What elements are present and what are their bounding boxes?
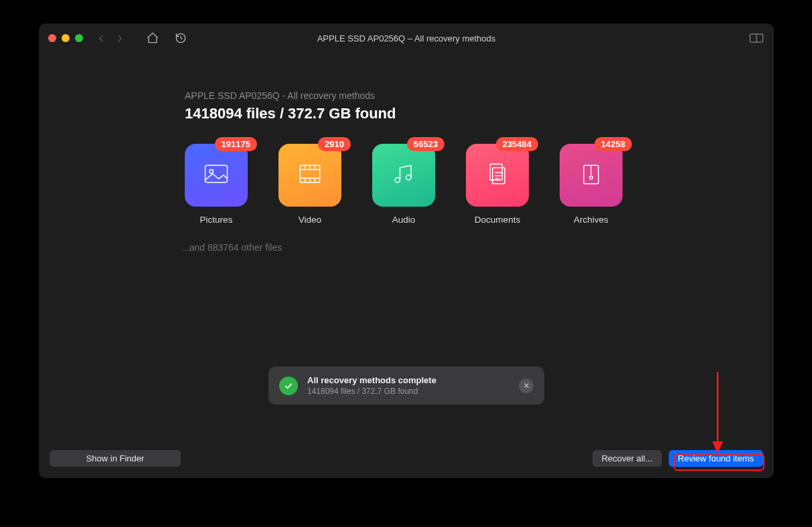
svg-rect-3 [206, 165, 228, 183]
svg-rect-16 [490, 164, 502, 180]
svg-point-4 [210, 170, 214, 174]
toast-subtitle: 1418094 files / 372.7 GB found [307, 387, 509, 396]
check-icon [279, 377, 298, 395]
archive-icon [576, 159, 606, 191]
app-window: APPLE SSD AP0256Q – All recovery methods… [39, 23, 774, 478]
review-found-items-button[interactable]: Review found items [669, 450, 763, 467]
category-label: Video [299, 215, 321, 225]
scan-headline: 1418094 files / 372.7 GB found [185, 105, 774, 122]
music-note-icon [389, 159, 418, 191]
completion-toast: All recovery methods complete 1418094 fi… [268, 366, 544, 405]
toolbar-icons [146, 31, 187, 45]
svg-point-23 [590, 176, 593, 179]
show-in-finder-button[interactable]: Show in Finder [50, 450, 181, 467]
toast-title: All recovery methods complete [307, 375, 509, 385]
pictures-tile [185, 144, 248, 207]
main-content: APPLE SSD AP0256Q - All recovery methods… [39, 53, 774, 445]
badge-count: 191175 [215, 137, 257, 151]
image-icon [201, 159, 231, 191]
category-pictures[interactable]: 191175 Pictures [185, 144, 248, 225]
documents-tile [466, 144, 529, 207]
recover-all-button[interactable]: Recover all... [592, 450, 662, 467]
audio-tile [372, 144, 435, 207]
home-icon[interactable] [146, 31, 159, 45]
window-controls [48, 34, 83, 42]
badge-count: 235484 [496, 137, 538, 151]
svg-point-14 [395, 178, 400, 183]
minimize-window-button[interactable] [62, 34, 70, 42]
document-icon [483, 159, 512, 191]
archives-tile [560, 144, 623, 207]
zoom-window-button[interactable] [75, 34, 83, 42]
category-grid: 191175 Pictures 2910 Video 56523 [185, 144, 774, 225]
category-label: Audio [392, 215, 416, 225]
footer-bar: Show in Finder Recover all... Review fou… [39, 445, 774, 478]
nav-arrows [94, 31, 127, 45]
back-button[interactable] [94, 31, 108, 45]
close-window-button[interactable] [48, 34, 56, 42]
badge-count: 56523 [407, 137, 444, 151]
category-documents[interactable]: 235484 Documents [466, 144, 529, 225]
history-icon[interactable] [174, 31, 187, 45]
category-label: Documents [475, 215, 520, 225]
toast-body: All recovery methods complete 1418094 fi… [307, 375, 509, 396]
view-mode-toggle[interactable] [748, 32, 764, 44]
forward-button[interactable] [112, 31, 127, 45]
badge-count: 2910 [318, 137, 351, 151]
video-tile [278, 144, 341, 207]
toast-close-button[interactable] [519, 379, 534, 393]
film-icon [295, 159, 325, 191]
titlebar: APPLE SSD AP0256Q – All recovery methods [39, 23, 774, 53]
category-label: Archives [574, 215, 608, 225]
svg-point-15 [406, 175, 411, 180]
category-label: Pictures [200, 215, 233, 225]
scan-subtitle: APPLE SSD AP0256Q - All recovery methods [185, 90, 774, 101]
other-files-text: ...and 883764 other files [181, 242, 774, 253]
category-video[interactable]: 2910 Video [278, 144, 341, 225]
badge-count: 14258 [594, 137, 632, 151]
category-archives[interactable]: 14258 Archives [560, 144, 623, 225]
category-audio[interactable]: 56523 Audio [372, 144, 435, 225]
